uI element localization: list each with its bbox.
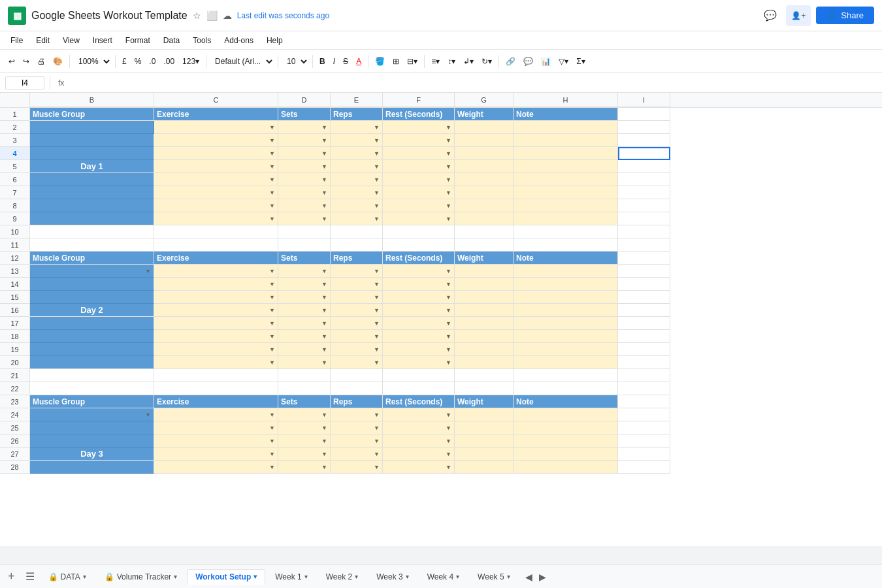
comment-btn[interactable]: 💬 — [520, 55, 536, 68]
currency-btn[interactable]: £ — [119, 55, 130, 68]
header-note-1[interactable]: Note — [514, 108, 618, 121]
cell-d5[interactable]: ▼ — [278, 160, 331, 173]
folder-icon[interactable]: ⬜ — [206, 10, 218, 21]
cell-d9[interactable]: ▼ — [278, 212, 331, 225]
cell-e7[interactable]: ▼ — [331, 186, 383, 199]
undo-btn[interactable]: ↩ — [5, 55, 18, 68]
function-btn[interactable]: Σ▾ — [573, 55, 588, 68]
cell-e2[interactable]: ▼ — [331, 121, 383, 134]
menu-insert[interactable]: Insert — [88, 34, 118, 47]
cell-h4[interactable] — [514, 147, 618, 160]
cell-c4[interactable]: ▼ — [154, 147, 278, 160]
day1-label[interactable] — [30, 121, 154, 134]
borders-btn[interactable]: ⊞ — [389, 55, 402, 68]
cell-d3[interactable]: ▼ — [278, 134, 331, 147]
cell-g9[interactable] — [455, 212, 514, 225]
cell-g7[interactable] — [455, 186, 514, 199]
strikethrough-btn[interactable]: S — [340, 55, 351, 68]
cell-e3[interactable]: ▼ — [331, 134, 383, 147]
cell-e5[interactable]: ▼ — [331, 160, 383, 173]
day1-merged-cell[interactable]: Day 1 — [30, 160, 154, 173]
header-muscle-group-2[interactable]: Muscle Group — [30, 252, 154, 265]
menu-help[interactable]: Help — [261, 34, 288, 47]
header-rest-2[interactable]: Rest (Seconds) — [383, 252, 455, 265]
col-header-g[interactable]: G — [455, 93, 514, 107]
cell-b4[interactable] — [30, 147, 154, 160]
cell-f3[interactable]: ▼ — [383, 134, 455, 147]
wrap-btn[interactable]: ↲▾ — [460, 55, 477, 68]
cell-h2[interactable] — [514, 121, 618, 134]
header-sets-2[interactable]: Sets — [278, 252, 331, 265]
cell-d8[interactable]: ▼ — [278, 199, 331, 212]
header-exercise-1[interactable]: Exercise — [154, 108, 278, 121]
header-weight-3[interactable]: Weight — [455, 395, 514, 408]
header-muscle-group-1[interactable]: Muscle Group — [30, 108, 154, 121]
cell-c7[interactable]: ▼ — [154, 186, 278, 199]
cell-c2[interactable]: ▼ — [154, 121, 278, 134]
menu-format[interactable]: Format — [120, 34, 155, 47]
menu-edit[interactable]: Edit — [31, 34, 55, 47]
cell-b6[interactable] — [30, 173, 154, 186]
cell-e4[interactable]: ▼ — [331, 147, 383, 160]
menu-data[interactable]: Data — [158, 34, 185, 47]
bold-btn[interactable]: B — [316, 55, 329, 68]
halign-btn[interactable]: ≡▾ — [428, 55, 443, 68]
cell-e6[interactable]: ▼ — [331, 173, 383, 186]
valign-btn[interactable]: ↕▾ — [444, 55, 459, 68]
cell-i6[interactable] — [618, 173, 670, 186]
cell-b7[interactable] — [30, 186, 154, 199]
cell-f2[interactable]: ▼ — [383, 121, 455, 134]
cell-h7[interactable] — [514, 186, 618, 199]
header-reps-3[interactable]: Reps — [331, 395, 383, 408]
cell-f7[interactable]: ▼ — [383, 186, 455, 199]
print-btn[interactable]: 🖨 — [34, 55, 48, 68]
cell-f9[interactable]: ▼ — [383, 212, 455, 225]
header-note-2[interactable]: Note — [514, 252, 618, 265]
format-123-btn[interactable]: 123▾ — [179, 55, 203, 68]
decrease-decimal-btn[interactable]: .0 — [146, 55, 159, 68]
merge-btn[interactable]: ⊟▾ — [404, 55, 421, 68]
cell-g8[interactable] — [455, 199, 514, 212]
cell-d2[interactable]: ▼ — [278, 121, 331, 134]
cell-g6[interactable] — [455, 173, 514, 186]
cell-i3[interactable] — [618, 134, 670, 147]
filter-btn[interactable]: ▽▾ — [555, 55, 572, 68]
header-reps-2[interactable]: Reps — [331, 252, 383, 265]
share-button[interactable]: 👤 Share — [816, 7, 874, 24]
italic-btn[interactable]: I — [330, 55, 338, 68]
cell-i4[interactable] — [618, 147, 670, 160]
cell-g5[interactable] — [455, 160, 514, 173]
col-header-e[interactable]: E — [331, 93, 383, 107]
paint-format-btn[interactable]: 🎨 — [50, 55, 66, 68]
cell-b8[interactable] — [30, 199, 154, 212]
header-muscle-group-3[interactable]: Muscle Group — [30, 395, 154, 408]
percent-btn[interactable]: % — [131, 55, 145, 68]
cell-f5[interactable]: ▼ — [383, 160, 455, 173]
comment-icon-btn[interactable]: 💬 — [760, 5, 781, 26]
header-rest-3[interactable]: Rest (Seconds) — [383, 395, 455, 408]
rotate-btn[interactable]: ↻▾ — [478, 55, 495, 68]
day3-merged-cell[interactable]: Day 3 — [30, 448, 154, 461]
header-weight-2[interactable]: Weight — [455, 252, 514, 265]
text-color-btn[interactable]: A — [353, 55, 365, 68]
cell-b9[interactable] — [30, 212, 154, 225]
chart-btn[interactable]: 📊 — [538, 55, 554, 68]
cell-c5[interactable]: ▼ — [154, 160, 278, 173]
header-reps-1[interactable]: Reps — [331, 108, 383, 121]
header-sets-3[interactable]: Sets — [278, 395, 331, 408]
header-sets-1[interactable]: Sets — [278, 108, 331, 121]
cell-i8[interactable] — [618, 199, 670, 212]
menu-tools[interactable]: Tools — [188, 34, 216, 47]
col-header-d[interactable]: D — [278, 93, 331, 107]
cell-reference[interactable] — [5, 76, 44, 90]
cell-e8[interactable]: ▼ — [331, 199, 383, 212]
cell-i5[interactable] — [618, 160, 670, 173]
cell-g2[interactable] — [455, 121, 514, 134]
cell-f6[interactable]: ▼ — [383, 173, 455, 186]
link-btn[interactable]: 🔗 — [502, 55, 519, 68]
font-select[interactable]: Default (Ari... — [210, 55, 274, 68]
fill-color-btn[interactable]: 🪣 — [372, 55, 388, 68]
fontsize-select[interactable]: 10 — [282, 55, 309, 68]
cell-h6[interactable] — [514, 173, 618, 186]
cell-g3[interactable] — [455, 134, 514, 147]
